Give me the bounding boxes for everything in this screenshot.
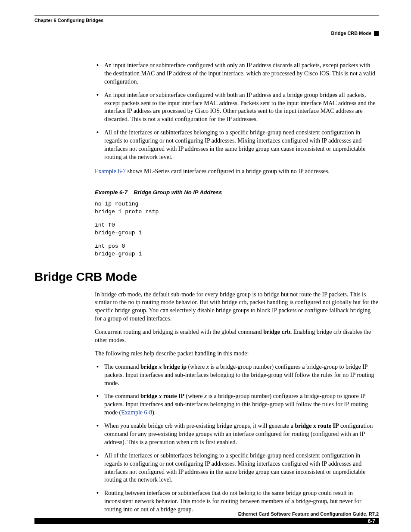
bold-run: bridge crb.: [263, 329, 292, 335]
example-6-7-link[interactable]: Example 6-7: [95, 168, 126, 174]
header-chapter: Chapter 6 Configuring Bridges: [34, 18, 379, 23]
bullet-item: The command bridge x bridge ip (where x …: [95, 363, 379, 388]
section-heading: Bridge CRB Mode: [34, 270, 379, 284]
header-section: Bridge CRB Mode: [331, 31, 372, 36]
bold-run: bridge: [140, 393, 159, 399]
text-run: The command: [104, 364, 140, 370]
bullet-item: All of the interfaces or subinterfaces b…: [95, 452, 379, 485]
bullet-item: An input interface or subinterface confi…: [95, 62, 379, 86]
example-ref-paragraph: Example 6-7 shows ML-Series card interfa…: [95, 168, 379, 176]
bold-run: bridge ip: [162, 364, 187, 370]
paragraph: The following rules help describe packet…: [95, 350, 379, 358]
example-caption: Example 6-7 Bridge Group with No IP Addr…: [95, 189, 379, 196]
header-square-icon: [374, 31, 379, 36]
text-run: Concurrent routing and bridging is enabl…: [95, 329, 263, 335]
code-block: int pos 0 bridge-group 1: [95, 243, 379, 258]
intro-bullets: An input interface or subinterface confi…: [95, 62, 379, 162]
text-run: (where: [184, 393, 204, 399]
bullet-item: When you enable bridge crb with pre-exis…: [95, 422, 379, 447]
page-header: Chapter 6 Configuring Bridges Bridge CRB…: [34, 16, 379, 36]
text-run: When you enable bridge crb with pre-exis…: [104, 423, 295, 429]
footer-title: Ethernet Card Software Feature and Confi…: [34, 511, 379, 518]
text-run: shows ML-Series card interfaces configur…: [126, 168, 330, 174]
footer-bar: 6-7: [34, 518, 379, 524]
paragraph: In bridge crb mode, the default sub-mode…: [95, 291, 379, 324]
page-number: 6-7: [368, 518, 375, 524]
body-content: An input interface or subinterface confi…: [95, 62, 379, 258]
text-run: ).: [152, 409, 156, 416]
crb-section: In bridge crb mode, the default sub-mode…: [95, 291, 379, 514]
paragraph: Concurrent routing and bridging is enabl…: [95, 328, 379, 345]
example-6-8-link[interactable]: Example 6-8: [121, 409, 152, 416]
bullet-item: The command bridge x route IP (where x i…: [95, 392, 379, 417]
page-footer: Ethernet Card Software Feature and Confi…: [34, 511, 379, 524]
example-number: Example 6-7: [95, 189, 128, 196]
text-run: (where: [187, 364, 206, 370]
bullet-item: Routing between interfaces or subinterfa…: [95, 489, 379, 514]
crb-bullets: The command bridge x bridge ip (where x …: [95, 363, 379, 514]
text-run: The command: [104, 393, 140, 399]
bullet-item: An input interface or subinterface confi…: [95, 91, 379, 124]
footer-side-rule: [34, 521, 44, 522]
code-block: int f0 bridge-group 1: [95, 221, 379, 236]
code-block: no ip routing bridge 1 proto rstp: [95, 200, 379, 215]
example-title: Bridge Group with No IP Address: [134, 189, 222, 196]
bold-run: bridge: [140, 364, 159, 370]
bold-run: route IP: [162, 393, 184, 399]
bullet-item: All of the interfaces or subinterfaces b…: [95, 129, 379, 162]
bold-run: bridge x route IP: [295, 423, 339, 429]
